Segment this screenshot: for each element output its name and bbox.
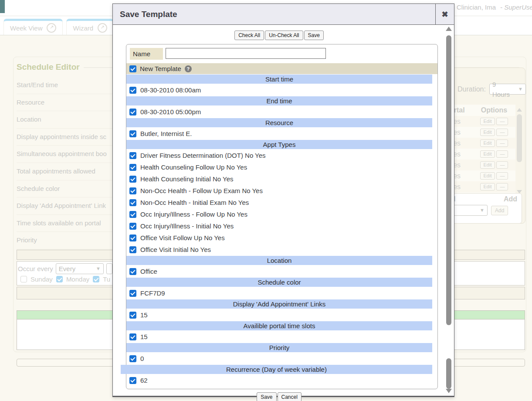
un-check-all-button[interactable]: Un-Check All <box>265 31 303 40</box>
edit-button[interactable]: Edit <box>480 161 495 169</box>
item-checkbox[interactable] <box>129 152 136 159</box>
item-checkbox[interactable] <box>129 377 136 384</box>
remove-button[interactable]: — <box>496 129 508 136</box>
item-label: Occ Injury/Illness - Initial No Yes <box>140 222 234 230</box>
item-label: Occ Injury/Illness - Follow Up No Yes <box>140 211 247 218</box>
template-field-item[interactable]: Non-Occ Health - Initial Exam No Yes <box>126 197 437 208</box>
template-field-item[interactable]: Occ Injury/Illness - Follow Up No Yes <box>126 208 437 220</box>
scroll-thumb[interactable] <box>446 35 451 325</box>
edit-button[interactable]: Edit <box>480 118 495 125</box>
screen: Clinician, Ima- SuperUser. Week View ↗ W… <box>0 0 532 401</box>
edit-button[interactable]: Edit <box>480 139 495 147</box>
template-name-input[interactable] <box>166 48 326 59</box>
item-label: Office Visit Initial No Yes <box>140 246 211 253</box>
save-button-bottom[interactable]: Save <box>257 392 276 401</box>
template-field-item[interactable]: 62 <box>126 374 437 386</box>
scroll-up-icon[interactable] <box>517 108 522 112</box>
item-checkbox[interactable] <box>129 312 136 319</box>
item-checkbox[interactable] <box>129 164 136 171</box>
edit-button[interactable]: Edit <box>480 150 495 158</box>
check-all-button[interactable]: Check All <box>234 31 264 40</box>
appt-table-scrollbar[interactable] <box>516 108 522 194</box>
item-checkbox[interactable] <box>129 199 136 206</box>
template-field-item[interactable]: 0 <box>126 353 437 364</box>
template-field-item[interactable]: Office Visit Initial No Yes <box>126 244 437 255</box>
day-label: Sunday <box>30 275 53 283</box>
item-checkbox[interactable] <box>129 87 136 94</box>
day-checkbox-tu[interactable] <box>93 276 99 282</box>
new-template-checkbox[interactable] <box>129 65 136 72</box>
item-checkbox[interactable] <box>129 130 136 137</box>
scroll-up-icon[interactable] <box>446 27 452 31</box>
day-checkbox-monday[interactable] <box>56 276 63 282</box>
template-field-item[interactable]: Butler, Internist E. <box>126 128 437 139</box>
duration-select[interactable]: 9 Hours▼ <box>489 84 526 95</box>
remove-button[interactable]: — <box>496 161 508 169</box>
template-field-item[interactable]: Non-Occ Health - Follow Up Exam No Yes <box>126 185 437 197</box>
help-icon[interactable]: ? <box>185 65 192 72</box>
schedule-editor-fields: Start/End timeResourceLocationDisplay ap… <box>17 77 113 249</box>
item-checkbox[interactable] <box>129 109 136 116</box>
item-label: Non-Occ Health - Initial Exam No Yes <box>140 199 249 206</box>
scroll-thumb-2[interactable] <box>446 358 451 389</box>
dialog-buttons-row: SaveCancel <box>113 392 445 401</box>
template-field-item[interactable]: Occ Injury/Illness - Initial No Yes <box>126 220 437 232</box>
template-field-item[interactable]: 08-30-2010 05:00pm <box>126 106 437 118</box>
template-field-item[interactable]: 15 <box>126 331 437 343</box>
field-label-schedule-color: Schedule color <box>17 180 113 198</box>
item-label: Butler, Internist E. <box>140 130 192 137</box>
item-checkbox[interactable] <box>129 268 136 275</box>
occur-every-select-2[interactable] <box>106 263 112 274</box>
template-field-item[interactable]: 08-30-2010 08:00am <box>126 84 437 96</box>
template-fields-box: Name New Template ? Start time 08-30-201… <box>126 44 438 389</box>
remove-button[interactable]: — <box>496 150 508 158</box>
template-field-item[interactable]: Health Counseling Follow Up No Yes <box>126 161 437 173</box>
col-options: Options <box>474 106 514 114</box>
occur-every-select[interactable]: Every▼ <box>56 263 104 274</box>
edit-button[interactable]: Edit <box>480 172 495 180</box>
new-template-row[interactable]: New Template ? <box>126 63 437 74</box>
save-button[interactable]: Save <box>304 31 324 40</box>
item-checkbox[interactable] <box>129 234 136 241</box>
item-label: 15 <box>140 333 148 340</box>
edit-button[interactable]: Edit <box>480 129 495 136</box>
close-button[interactable]: ✖ <box>435 4 454 24</box>
new-template-label: New Template <box>140 65 181 72</box>
field-label-display-appointments-inside-sc: Display appointments inside sc <box>17 129 113 146</box>
item-label: 08-30-2010 08:00am <box>140 86 201 94</box>
section-header-priority: Priority <box>126 343 432 352</box>
item-label: Health Counseling Initial No Yes <box>140 175 233 183</box>
remove-button[interactable]: — <box>496 172 508 180</box>
template-field-item[interactable]: Office <box>126 265 437 277</box>
tab-week-view[interactable]: Week View ↗ <box>3 19 63 35</box>
item-checkbox[interactable] <box>129 246 136 253</box>
item-label: Office <box>140 268 157 275</box>
dialog-titlebar[interactable]: Save Template ✖ <box>113 4 454 25</box>
item-checkbox[interactable] <box>129 211 136 218</box>
template-field-item[interactable]: Health Counseling Initial No Yes <box>126 173 437 185</box>
item-checkbox[interactable] <box>129 223 136 230</box>
item-checkbox[interactable] <box>129 355 136 362</box>
template-field-item[interactable]: 15 <box>126 309 437 321</box>
scroll-thumb[interactable] <box>517 114 522 162</box>
field-label-priority: Priority <box>17 232 113 249</box>
tab-wizard[interactable]: Wizard ↗ <box>66 19 114 35</box>
template-field-item[interactable]: Driver Fitness Determination (DOT) No Ye… <box>126 150 437 161</box>
template-field-item[interactable]: FCF7D9 <box>126 287 437 299</box>
template-field-item[interactable]: Office Visit Follow Up No Yes <box>126 232 437 244</box>
item-checkbox[interactable] <box>129 290 136 297</box>
user-role: - SuperUser. <box>500 3 532 11</box>
remove-button[interactable]: — <box>496 118 508 125</box>
day-checkbox-sunday[interactable] <box>20 276 27 282</box>
weekday-checkboxes: Sunday Monday Tu <box>20 275 110 283</box>
item-checkbox[interactable] <box>129 176 136 183</box>
item-checkbox[interactable] <box>129 187 136 194</box>
edit-button[interactable]: Edit <box>480 183 495 190</box>
dialog-scrollbar[interactable] <box>445 26 453 393</box>
add-button[interactable]: Add <box>491 206 508 215</box>
scroll-down-icon[interactable] <box>446 389 452 393</box>
remove-button[interactable]: — <box>496 183 508 190</box>
item-checkbox[interactable] <box>129 333 136 340</box>
remove-button[interactable]: — <box>496 139 508 147</box>
cancel-button-bottom[interactable]: Cancel <box>278 392 302 401</box>
